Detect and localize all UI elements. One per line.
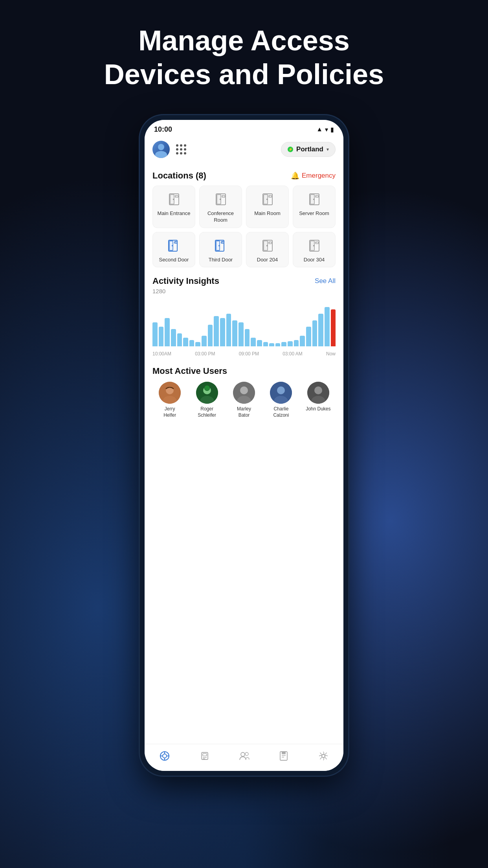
user-avatar-roger (196, 382, 218, 404)
user-item-marley[interactable]: MarleyBator (227, 382, 261, 418)
nav-item-home[interactable] (154, 749, 175, 763)
chart-bar (208, 325, 213, 347)
chart-bar (238, 322, 244, 346)
door-icon-main-entrance (166, 191, 182, 207)
chart-bar (195, 342, 200, 346)
reports-icon (279, 750, 288, 761)
location-selector[interactable]: Portland ▾ (281, 142, 336, 157)
emergency-icon: 🔔 (291, 171, 299, 180)
location-conference-room[interactable]: Conference Room (199, 186, 242, 228)
svg-point-59 (245, 752, 248, 756)
svg-point-46 (314, 386, 322, 394)
location-name-main-room: Main Room (254, 210, 280, 217)
svg-point-38 (204, 385, 210, 391)
user-avatar-inner-jerry (159, 382, 181, 404)
nav-item-access[interactable] (195, 749, 215, 763)
user-avatar-inner-marley (233, 382, 255, 404)
svg-point-43 (277, 386, 285, 394)
chart-bar (288, 341, 293, 346)
location-name-server-room: Server Room (299, 210, 329, 217)
chart-bar (294, 340, 299, 347)
status-bar: 10:00 ▲ ▾ ▮ (145, 120, 343, 137)
chart-bar (220, 318, 225, 346)
svg-point-49 (163, 754, 167, 758)
door-icon-door-304 (306, 238, 322, 254)
location-name-conference-room: Conference Room (203, 210, 238, 224)
insights-title: Activity Insights (152, 276, 219, 286)
svg-point-66 (322, 754, 325, 758)
emergency-label: Emergency (302, 172, 336, 180)
chart-bar (281, 342, 286, 346)
chart-bar (152, 322, 158, 346)
most-active-users-section: Most Active Users (152, 363, 336, 418)
home-icon (159, 750, 170, 761)
chart-bar (171, 329, 176, 346)
chart-bar (269, 343, 274, 347)
user-name-john: John Dukes (306, 406, 330, 412)
chart-bar (245, 329, 250, 346)
door-icon-main-room (260, 191, 275, 207)
chart-bar (189, 340, 194, 347)
phone-screen: 10:00 ▲ ▾ ▮ Portland ▾ (145, 120, 343, 771)
chart-label-4: 03:00 AM (283, 351, 303, 357)
door-icon-door-204 (260, 238, 275, 254)
chart-bar (183, 338, 188, 346)
nav-item-reports[interactable] (274, 749, 293, 763)
user-item-charlie[interactable]: CharlieCalzoni (264, 382, 298, 418)
apps-grid-button[interactable] (174, 143, 188, 156)
svg-point-40 (240, 386, 248, 394)
user-name-jerry: JerryHelfer (163, 406, 176, 418)
users-icon (239, 751, 250, 761)
location-server-room[interactable]: Server Room (293, 186, 336, 228)
users-section-title: Most Active Users (152, 366, 336, 376)
chevron-down-icon: ▾ (327, 147, 329, 152)
app-header: Portland ▾ (145, 137, 343, 164)
locations-title: Locations (8) (152, 171, 206, 181)
svg-rect-55 (203, 754, 207, 756)
user-name-roger: RogerSchleifer (198, 406, 216, 418)
status-icons: ▲ ▾ ▮ (316, 126, 334, 133)
chart-bar (257, 340, 262, 347)
avatar[interactable] (152, 141, 170, 158)
users-row: JerryHelfer (152, 382, 336, 418)
door-icon-server-room (306, 191, 322, 207)
user-name-charlie: CharlieCalzoni (273, 406, 289, 418)
location-main-entrance[interactable]: Main Entrance (152, 186, 195, 228)
user-item-jerry[interactable]: JerryHelfer (152, 382, 187, 418)
location-second-door[interactable]: Second Door (152, 232, 195, 268)
emergency-button[interactable]: 🔔 Emergency (291, 171, 336, 180)
main-content: Locations (8) 🔔 Emergency (145, 164, 343, 744)
svg-point-22 (218, 245, 220, 246)
user-item-roger[interactable]: RogerSchleifer (189, 382, 224, 418)
door-icon-conference-room (213, 191, 229, 207)
chart-bar (159, 327, 164, 346)
location-name: Portland (296, 145, 323, 153)
page-title: Manage Access Devices and Policies (73, 24, 415, 92)
user-avatar-charlie (270, 382, 292, 404)
chart-label-3: 09:00 PM (239, 351, 259, 357)
chart-bar (275, 343, 281, 347)
user-avatar-john (307, 382, 329, 404)
chart-bar (251, 338, 256, 346)
location-name-door-304: Door 304 (304, 257, 325, 263)
user-item-john[interactable]: John Dukes (301, 382, 336, 418)
location-door-304[interactable]: Door 304 (293, 232, 336, 268)
svg-point-30 (313, 245, 314, 246)
location-door-204[interactable]: Door 204 (246, 232, 289, 268)
nav-item-users[interactable] (234, 749, 255, 763)
see-all-button[interactable]: See All (315, 277, 336, 285)
svg-rect-64 (282, 752, 286, 754)
svg-point-10 (266, 199, 268, 200)
chart-bar (331, 309, 336, 346)
svg-point-18 (172, 245, 173, 246)
user-avatar-marley (233, 382, 255, 404)
chart-bar (300, 336, 305, 347)
user-avatar-inner-john (307, 382, 329, 404)
settings-icon (318, 750, 329, 761)
insights-header: Activity Insights See All (152, 276, 336, 286)
battery-icon: ▮ (330, 126, 334, 133)
user-avatar-inner-roger (196, 382, 218, 404)
nav-item-settings[interactable] (313, 749, 334, 763)
location-main-room[interactable]: Main Room (246, 186, 289, 228)
location-third-door[interactable]: Third Door (199, 232, 242, 268)
